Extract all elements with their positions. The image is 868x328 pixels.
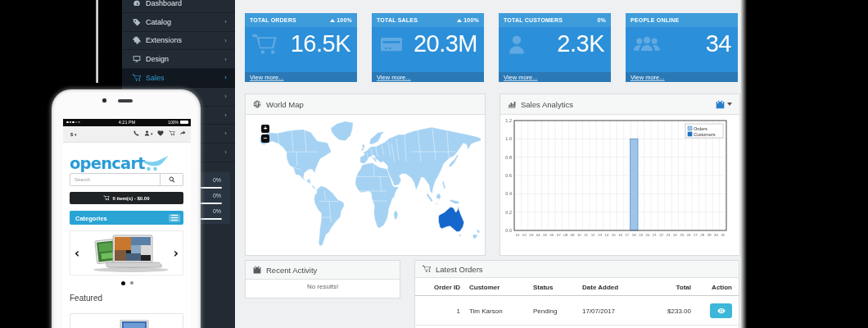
share-icon[interactable] [179, 130, 186, 136]
view-more-link[interactable]: View more... [504, 74, 538, 81]
stat-tile-people-online: PEOPLE ONLINE34View more... [626, 13, 738, 82]
tile-badge: 100% [330, 17, 352, 23]
sales-analytics-title: Sales Analytics [521, 100, 573, 109]
svg-text:0.0: 0.0 [505, 228, 512, 233]
map-country-australia [439, 206, 464, 231]
svg-text:30: 30 [714, 233, 718, 237]
tile-title: TOTAL CUSTOMERS [504, 17, 563, 23]
world-map-panel: World Map + − [245, 93, 486, 256]
dot-active[interactable] [121, 281, 125, 285]
arrow-up-icon [330, 19, 335, 22]
svg-text:22: 22 [659, 233, 663, 237]
view-more-link[interactable]: View more... [631, 74, 665, 81]
orders-col-action: Action [712, 283, 732, 290]
sidebar-item-design[interactable]: Design› [122, 50, 235, 69]
view-order-button[interactable] [710, 303, 732, 318]
cart-total-button[interactable]: 0 item(s) - $0.00 [70, 192, 183, 204]
tile-value: 34 [706, 30, 731, 57]
world-map-body[interactable]: + − [246, 116, 485, 255]
order-cell: 17/07/2017 [582, 307, 615, 314]
phone-icon[interactable] [133, 130, 139, 136]
tile-value: 16.5K [291, 30, 350, 57]
stat-tile-total-customers: TOTAL CUSTOMERS0%2.3KView more... [499, 13, 611, 82]
svg-text:0.6: 0.6 [505, 173, 512, 178]
currency-dropdown[interactable]: $ ▾ [70, 132, 77, 137]
chevron-right-icon: › [224, 148, 227, 156]
map-zoom-out-button[interactable]: − [261, 134, 269, 143]
orders-col-order-id: Order ID [434, 283, 460, 290]
latest-orders-header: Latest Orders [415, 261, 739, 278]
arrow-up-icon [457, 19, 462, 22]
categories-label: Categories [75, 215, 107, 222]
carousel-prev-button[interactable]: ‹ [75, 247, 79, 259]
map-zoom-in-button[interactable]: + [261, 125, 269, 133]
sales-analytics-panel: Sales Analytics 0.00.20.40.60.81.01.2010… [500, 93, 740, 256]
svg-text:21: 21 [653, 233, 657, 237]
search-input[interactable]: Search [70, 173, 160, 186]
battery-percent: 100% [168, 120, 179, 125]
world-map-title: World Map [266, 100, 304, 109]
order-cell: $233.00 [667, 307, 691, 314]
no-results-text: No results! [246, 283, 400, 290]
orders-col-total: Total [676, 283, 691, 290]
chart-range-button[interactable] [716, 100, 732, 109]
svg-text:12: 12 [591, 233, 595, 237]
chevron-right-icon: › [224, 37, 227, 44]
menu-icon[interactable] [169, 214, 180, 222]
svg-text:29: 29 [708, 233, 712, 237]
sales-analytics-header: Sales Analytics [500, 94, 739, 115]
opencart-logo[interactable]: opencart [70, 154, 183, 174]
svg-text:06: 06 [550, 233, 554, 237]
svg-text:0.4: 0.4 [505, 191, 512, 196]
world-map-image [251, 119, 481, 252]
sidebar-item-dashboard[interactable]: Dashboard [122, 0, 235, 13]
sales-chart-body: 0.00.20.40.60.81.01.20102030405060708091… [500, 116, 739, 255]
sidebar-item-label: Design [146, 55, 169, 63]
search-button[interactable] [160, 173, 183, 186]
product-card[interactable] [70, 313, 183, 328]
world-map-header: World Map [246, 94, 485, 115]
svg-text:11: 11 [584, 233, 588, 237]
stat-tile-total-orders: TOTAL ORDERS100%16.5KView more... [245, 13, 357, 82]
account-dropdown[interactable]: ▾ [144, 130, 153, 136]
sidebar-item-label: Sales [146, 74, 165, 82]
sales-chart-image: 0.00.20.40.60.81.01.20102030405060708091… [500, 116, 739, 255]
sidebar-item-catalog[interactable]: Catalog› [122, 13, 235, 32]
latest-orders-title: Latest Orders [436, 265, 483, 274]
view-more-link[interactable]: View more... [377, 74, 411, 81]
svg-text:20: 20 [645, 233, 649, 237]
chevron-right-icon: › [224, 18, 227, 25]
chart-legend: OrdersCustomers [685, 124, 723, 138]
latest-orders-panel: Latest Orders Order IDCustomerStatusDate… [414, 260, 739, 328]
view-more-link[interactable]: View more... [250, 74, 284, 81]
chart-bar-orders [630, 139, 638, 230]
carousel-dots[interactable] [63, 280, 191, 285]
heart-icon[interactable] [157, 130, 164, 136]
svg-text:10: 10 [577, 233, 581, 237]
svg-text:18: 18 [632, 233, 636, 237]
order-row: 1Tim KarsonPending17/07/2017$233.00 [415, 296, 739, 326]
categories-bar[interactable]: Categories [70, 211, 183, 225]
opencart-cart-icon [142, 156, 169, 171]
carousel-next-button[interactable]: › [174, 247, 179, 259]
sidebar-item-sales[interactable]: Sales› [122, 69, 235, 88]
cart-icon[interactable] [169, 130, 175, 136]
phone-mockup: 4:21 PM 100% $ ▾ ▾ opencart [52, 89, 201, 328]
orders-col-customer: Customer [469, 283, 500, 290]
sidebar-item-extensions[interactable]: Extensions› [122, 31, 235, 50]
chevron-right-icon: › [224, 93, 227, 100]
cart-icon [252, 33, 277, 59]
recent-activity-title: Recent Activity [266, 266, 317, 275]
page-canvas: DashboardCatalog›Extensions›Design›Sales… [0, 0, 868, 328]
tile-title: PEOPLE ONLINE [631, 17, 679, 23]
phone-toolbar: $ ▾ ▾ [63, 126, 191, 143]
svg-text:25: 25 [680, 233, 684, 237]
svg-text:02: 02 [522, 233, 527, 237]
chevron-down-icon [727, 102, 732, 106]
dot[interactable] [130, 281, 133, 285]
person-icon [144, 130, 150, 136]
admin-content: TOTAL ORDERS100%16.5KView more...TOTAL S… [235, 0, 747, 328]
phone-status-bar: 4:21 PM 100% [63, 119, 191, 126]
svg-text:07: 07 [557, 233, 561, 237]
monitor-icon [132, 55, 141, 64]
